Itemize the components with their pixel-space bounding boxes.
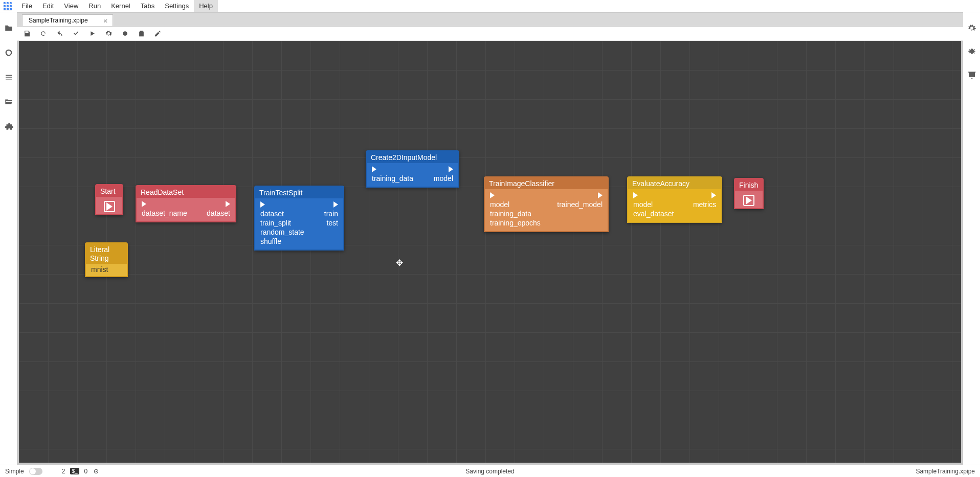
port-label: trained_model bbox=[557, 200, 603, 209]
port-in-icon bbox=[490, 192, 495, 198]
menu-file[interactable]: File bbox=[16, 0, 37, 12]
kernel-status-icon[interactable] bbox=[93, 468, 100, 475]
port-label: dataset bbox=[260, 210, 304, 218]
node-literal-string[interactable]: Literal String mnist bbox=[85, 242, 128, 277]
port-in-icon bbox=[260, 201, 265, 208]
node-title: TrainTestSplit bbox=[259, 189, 302, 197]
port-out-icon bbox=[226, 201, 230, 207]
port-label: metrics bbox=[693, 200, 716, 209]
menu-view[interactable]: View bbox=[59, 0, 83, 12]
puzzle-icon[interactable] bbox=[4, 122, 13, 131]
slides-icon[interactable] bbox=[967, 71, 976, 80]
port-label: dataset_name bbox=[142, 209, 187, 217]
menu-tabs[interactable]: Tabs bbox=[136, 0, 160, 12]
port-label: train bbox=[324, 210, 338, 218]
port-label: dataset bbox=[207, 209, 230, 217]
right-sidebar bbox=[963, 12, 980, 465]
edit-icon[interactable] bbox=[153, 29, 162, 38]
menu-help[interactable]: Help bbox=[194, 0, 218, 12]
menu-kernel[interactable]: Kernel bbox=[106, 0, 136, 12]
status-center-message: Saving completed bbox=[465, 468, 514, 475]
node-title: EvaluateAccuracy bbox=[632, 179, 689, 188]
node-title: Literal String bbox=[90, 245, 109, 262]
status-mode-label: Simple bbox=[5, 468, 24, 475]
gear-icon[interactable] bbox=[967, 24, 976, 33]
status-bar: Simple 2 $_ 0 Saving completed SampleTra… bbox=[0, 465, 980, 477]
port-label: model bbox=[490, 200, 541, 209]
port-label: training_data bbox=[490, 210, 541, 218]
bug-icon[interactable] bbox=[967, 47, 976, 56]
folder-icon[interactable] bbox=[4, 24, 13, 33]
app-logo-icon bbox=[3, 2, 12, 11]
node-create-2d-input-model[interactable]: Create2DInputModel training_data model bbox=[366, 150, 459, 188]
undo-icon[interactable] bbox=[55, 29, 64, 38]
refresh-icon[interactable] bbox=[38, 29, 48, 38]
clipboard-icon[interactable] bbox=[137, 29, 146, 38]
port-label: random_state bbox=[260, 228, 304, 236]
status-right-filename: SampleTraining.xpipe bbox=[916, 468, 975, 475]
menu-settings[interactable]: Settings bbox=[160, 0, 194, 12]
status-count-1: 2 bbox=[62, 468, 65, 475]
save-icon[interactable] bbox=[22, 29, 31, 38]
port-out-icon bbox=[598, 192, 603, 198]
port-label: model bbox=[633, 200, 674, 209]
literal-value: mnist bbox=[91, 265, 108, 274]
tab-sample-training[interactable]: SampleTraining.xpipe × bbox=[22, 14, 113, 26]
close-tab-button[interactable]: × bbox=[103, 17, 108, 25]
play-port-icon bbox=[104, 201, 115, 212]
record-circle-icon[interactable] bbox=[120, 29, 129, 38]
list-icon[interactable] bbox=[4, 73, 13, 82]
port-label: eval_dataset bbox=[633, 210, 674, 218]
node-train-test-split[interactable]: TrainTestSplit dataset train_split rando… bbox=[254, 186, 344, 251]
status-left: Simple 2 $_ 0 bbox=[5, 468, 100, 475]
node-evaluate-accuracy[interactable]: EvaluateAccuracy model eval_dataset metr… bbox=[627, 176, 722, 223]
port-label: training_epochs bbox=[490, 219, 541, 227]
play-port-icon bbox=[743, 195, 754, 206]
port-out-icon bbox=[449, 166, 453, 172]
node-title: TrainImageClassifier bbox=[489, 179, 554, 188]
status-count-2: 0 bbox=[84, 468, 88, 475]
port-in-icon bbox=[633, 192, 638, 198]
menu-run[interactable]: Run bbox=[83, 0, 106, 12]
node-start[interactable]: Start bbox=[95, 184, 123, 215]
port-out-icon bbox=[333, 201, 338, 208]
node-title: Create2DInputModel bbox=[371, 153, 437, 162]
main-row: SampleTraining.xpipe × bbox=[0, 12, 980, 465]
circle-icon[interactable] bbox=[4, 48, 13, 57]
svg-point-0 bbox=[6, 50, 11, 56]
play-icon[interactable] bbox=[87, 29, 97, 38]
folder-open-icon[interactable] bbox=[4, 97, 13, 106]
port-label: test bbox=[326, 219, 338, 227]
port-label: shuffle bbox=[260, 237, 304, 245]
check-icon[interactable] bbox=[71, 29, 80, 38]
tab-strip: SampleTraining.xpipe × bbox=[17, 12, 963, 27]
svg-point-19 bbox=[96, 470, 97, 471]
mode-toggle[interactable] bbox=[29, 468, 42, 475]
editor-toolbar bbox=[17, 27, 963, 41]
node-finish[interactable]: Finish bbox=[734, 178, 764, 209]
node-title: Finish bbox=[739, 181, 758, 189]
port-label: train_split bbox=[260, 219, 304, 227]
svg-point-1 bbox=[123, 31, 127, 36]
center-column: SampleTraining.xpipe × bbox=[17, 12, 963, 465]
node-train-image-classifier[interactable]: TrainImageClassifier model training_data… bbox=[484, 176, 609, 232]
tab-label: SampleTraining.xpipe bbox=[29, 17, 88, 24]
menu-edit[interactable]: Edit bbox=[37, 0, 59, 12]
port-in-icon bbox=[372, 166, 376, 172]
node-title: Start bbox=[100, 187, 116, 195]
gear-icon[interactable] bbox=[104, 29, 113, 38]
pipeline-canvas[interactable]: Start Finish Literal String mni bbox=[17, 41, 963, 465]
left-sidebar bbox=[0, 12, 17, 465]
port-label: training_data bbox=[372, 174, 413, 183]
node-title: ReadDataSet bbox=[141, 188, 184, 196]
port-out-icon bbox=[711, 192, 716, 198]
port-in-icon bbox=[142, 201, 146, 207]
terminal-icon[interactable]: $_ bbox=[70, 468, 79, 474]
port-label: model bbox=[434, 174, 453, 183]
grid-background bbox=[19, 41, 961, 463]
node-read-dataset[interactable]: ReadDataSet dataset_name dataset bbox=[136, 185, 236, 222]
menu-bar: File Edit View Run Kernel Tabs Settings … bbox=[0, 0, 980, 12]
